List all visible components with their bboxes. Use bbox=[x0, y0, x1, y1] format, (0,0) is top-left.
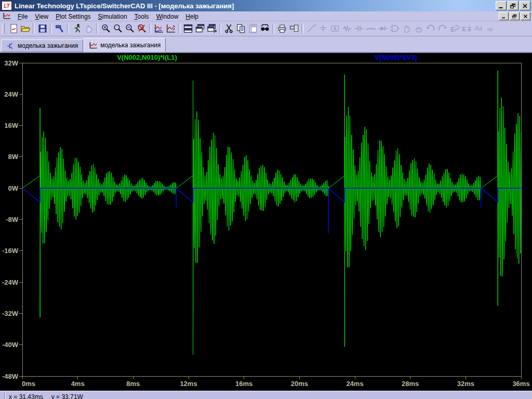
capacitor-button[interactable] bbox=[353, 23, 365, 35]
new-schematic-button[interactable] bbox=[7, 23, 19, 35]
tab-1[interactable]: моделька зажыгания bbox=[1, 39, 83, 52]
halt-icon bbox=[84, 23, 94, 34]
resistor-icon bbox=[342, 23, 352, 34]
overlap-icon bbox=[207, 23, 217, 34]
paste-button[interactable] bbox=[247, 23, 259, 35]
restore-button[interactable] bbox=[508, 1, 518, 10]
menu-window[interactable]: Window bbox=[153, 12, 182, 21]
tab-2-active[interactable]: моделька зажыгания bbox=[84, 38, 166, 52]
y-axis-label: -16W bbox=[2, 247, 19, 255]
rotate-button[interactable]: E bbox=[448, 23, 460, 35]
mdi-close-button[interactable] bbox=[521, 12, 530, 20]
schematic-icon bbox=[6, 42, 15, 50]
x-axis-label: 28ms bbox=[402, 380, 419, 388]
mdi-restore-icon bbox=[512, 14, 517, 19]
plot-border bbox=[22, 63, 521, 376]
run-button[interactable] bbox=[71, 23, 83, 35]
toolbar-separator bbox=[67, 23, 69, 34]
wire-button[interactable] bbox=[305, 23, 317, 35]
copy-button[interactable] bbox=[235, 23, 247, 35]
menu-file[interactable]: File bbox=[14, 12, 31, 21]
diode-icon bbox=[378, 23, 388, 34]
wire-icon bbox=[306, 23, 316, 34]
ground-icon bbox=[318, 23, 328, 34]
diode-button[interactable] bbox=[377, 23, 389, 35]
x-axis-label: 36ms bbox=[512, 380, 529, 388]
mdi-close-icon bbox=[523, 14, 528, 19]
menu-view[interactable]: View bbox=[31, 12, 52, 21]
close-button[interactable] bbox=[520, 1, 530, 10]
svg-text:E: E bbox=[467, 26, 471, 32]
waveform-pane[interactable]: 32W24W16W8W0W-8W-16W-24W-32W-40W-48W0ms4… bbox=[0, 53, 532, 391]
mirror-icon: EE bbox=[461, 23, 472, 34]
halt-button[interactable] bbox=[83, 23, 95, 35]
overlap-button[interactable] bbox=[206, 23, 218, 35]
svg-text:E: E bbox=[462, 26, 466, 32]
trace-legend-blue[interactable]: V(N009)*I(V3) bbox=[375, 54, 417, 61]
print-button[interactable] bbox=[276, 23, 288, 35]
minimize-icon bbox=[498, 3, 504, 9]
minimize-button[interactable] bbox=[496, 1, 507, 10]
drag-button[interactable] bbox=[413, 23, 424, 35]
find-button[interactable] bbox=[259, 23, 271, 35]
menu-simulation[interactable]: Simulation bbox=[95, 12, 131, 21]
redo-button[interactable] bbox=[436, 23, 448, 35]
save-icon bbox=[37, 23, 48, 34]
save-button[interactable] bbox=[36, 23, 48, 35]
waveform-plot[interactable]: 32W24W16W8W0W-8W-16W-24W-32W-40W-48W0ms4… bbox=[0, 53, 532, 391]
y-axis-label: -32W bbox=[2, 310, 19, 317]
toolbar-grip[interactable] bbox=[2, 23, 5, 34]
mirror-button[interactable]: EE bbox=[460, 23, 472, 35]
capacitor-icon bbox=[354, 23, 364, 34]
drag-icon bbox=[414, 23, 424, 34]
y-axis-label: -40W bbox=[2, 341, 19, 349]
toolbar-separator bbox=[178, 23, 180, 34]
autorange-icon bbox=[154, 23, 164, 34]
ground-button[interactable] bbox=[317, 23, 329, 35]
spice-directive-icon: .op bbox=[485, 23, 496, 34]
move-icon bbox=[402, 23, 412, 34]
status-bar: x = 31.43ms y = 33.71W bbox=[0, 391, 532, 399]
zoom-out-button[interactable] bbox=[124, 23, 136, 35]
cut-button[interactable] bbox=[223, 23, 235, 35]
undo-icon bbox=[425, 23, 436, 34]
open-button[interactable] bbox=[19, 23, 31, 35]
x-axis-label: 24ms bbox=[346, 380, 363, 388]
text-button[interactable]: Aa bbox=[472, 23, 484, 35]
mdi-window-controls bbox=[499, 12, 530, 20]
open-icon bbox=[20, 23, 31, 34]
zoom-back-icon bbox=[113, 23, 123, 34]
print-preview-button[interactable] bbox=[288, 23, 300, 35]
inductor-button[interactable] bbox=[365, 23, 377, 35]
resistor-button[interactable] bbox=[341, 23, 353, 35]
zoom-full-button[interactable] bbox=[136, 23, 148, 35]
plot-settings-button[interactable] bbox=[165, 23, 177, 35]
trace-legend-green[interactable]: V(N002,N010)*I(L1) bbox=[117, 54, 177, 61]
zoom-in-icon bbox=[101, 23, 111, 34]
menu-plot-settings[interactable]: Plot Settings bbox=[52, 12, 94, 21]
active-document-waveform-icon bbox=[2, 12, 12, 20]
label-button[interactable] bbox=[329, 23, 341, 35]
zoom-in-button[interactable] bbox=[100, 23, 112, 35]
spice-directive-button[interactable]: .op bbox=[484, 23, 496, 35]
tile-button[interactable] bbox=[182, 23, 194, 35]
y-axis-label: -48W bbox=[2, 373, 19, 380]
zoom-back-button[interactable] bbox=[112, 23, 124, 35]
cascade-icon bbox=[195, 23, 205, 34]
mdi-minimize-button[interactable] bbox=[499, 12, 509, 20]
y-axis-label: -24W bbox=[2, 278, 19, 286]
control-panel-button[interactable] bbox=[54, 23, 65, 35]
mdi-restore-button[interactable] bbox=[510, 12, 520, 20]
component-button[interactable] bbox=[389, 23, 401, 35]
menu-tools[interactable]: Tools bbox=[131, 12, 153, 21]
x-axis-label: 12ms bbox=[180, 380, 197, 388]
green-trace-inductor-power[interactable] bbox=[22, 71, 522, 354]
component-icon bbox=[390, 23, 400, 34]
menu-help[interactable]: Help bbox=[182, 12, 202, 21]
move-button[interactable] bbox=[401, 23, 413, 35]
text-icon: Aa bbox=[473, 23, 484, 34]
redo-icon bbox=[437, 23, 448, 34]
undo-button[interactable] bbox=[424, 23, 436, 35]
cascade-button[interactable] bbox=[194, 23, 206, 35]
autorange-button[interactable] bbox=[153, 23, 165, 35]
